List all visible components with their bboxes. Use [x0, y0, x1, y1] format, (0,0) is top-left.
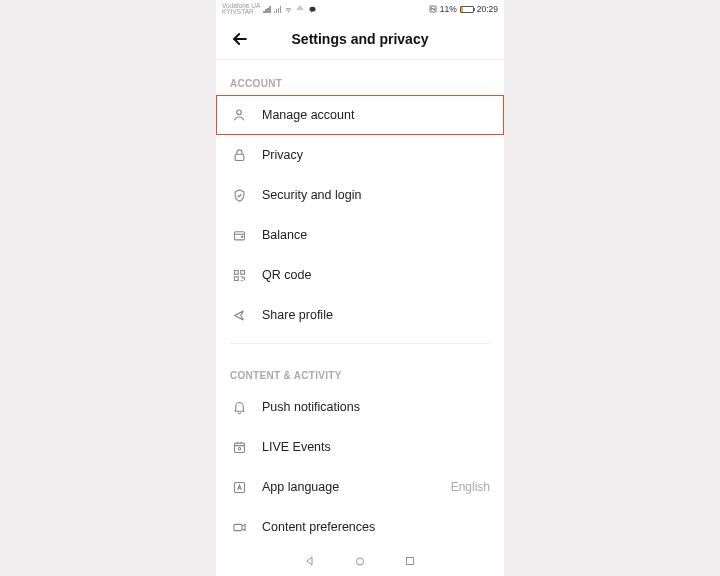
manage-account-row[interactable]: Manage account — [216, 95, 504, 135]
balance-row[interactable]: Balance — [216, 215, 504, 255]
shield-icon — [230, 186, 248, 204]
share-label: Share profile — [262, 308, 490, 322]
svg-point-14 — [357, 558, 364, 565]
svg-rect-4 — [235, 154, 244, 160]
section-title-content: CONTENT & ACTIVITY — [216, 352, 504, 387]
nav-recent-button[interactable] — [404, 555, 416, 567]
time-label: 20:29 — [477, 4, 498, 14]
lock-icon — [230, 146, 248, 164]
svg-point-1 — [309, 6, 315, 11]
push-notifications-row[interactable]: Push notifications — [216, 387, 504, 427]
circle-home-icon — [354, 555, 366, 568]
svg-point-6 — [241, 236, 242, 237]
wallet-icon — [230, 226, 248, 244]
battery-icon — [460, 6, 474, 13]
video-icon — [230, 518, 248, 536]
header: Settings and privacy — [216, 18, 504, 60]
statusbar-right: 11% 20:29 — [429, 4, 498, 14]
back-button[interactable] — [230, 29, 250, 49]
live-label: LIVE Events — [262, 440, 490, 454]
divider — [230, 343, 490, 344]
person-icon — [230, 106, 248, 124]
svg-point-11 — [238, 447, 241, 450]
section-title-account: ACCOUNT — [216, 60, 504, 95]
share-icon — [230, 306, 248, 324]
signal-icon — [274, 6, 281, 13]
language-value: English — [451, 480, 490, 494]
square-recent-icon — [404, 555, 416, 567]
language-label: App language — [262, 480, 437, 494]
settings-scroll[interactable]: ACCOUNT Manage account Privacy Security … — [216, 60, 504, 546]
carrier-label: Vodafone UA KYIVSTAR — [222, 3, 260, 16]
share-profile-row[interactable]: Share profile — [216, 295, 504, 335]
svg-rect-5 — [234, 231, 244, 239]
battery-pct-label: 11% — [440, 4, 457, 14]
triangle-back-icon — [304, 555, 316, 567]
statusbar: Vodafone UA KYIVSTAR 11% 20:29 — [216, 0, 504, 18]
manage-account-label: Manage account — [262, 108, 490, 122]
security-row[interactable]: Security and login — [216, 175, 504, 215]
svg-rect-15 — [407, 558, 414, 565]
page-title: Settings and privacy — [216, 31, 504, 47]
content-pref-label: Content preferences — [262, 520, 490, 534]
qr-code-row[interactable]: QR code — [216, 255, 504, 295]
svg-rect-7 — [234, 270, 238, 274]
cloud-icon — [296, 5, 305, 14]
qr-icon — [230, 266, 248, 284]
svg-point-0 — [288, 11, 289, 12]
system-navbar — [216, 546, 504, 576]
content-preferences-row[interactable]: Content preferences — [216, 507, 504, 546]
nfc-icon — [429, 5, 437, 13]
bell-icon — [230, 398, 248, 416]
live-events-row[interactable]: LIVE Events — [216, 427, 504, 467]
balance-label: Balance — [262, 228, 490, 242]
app-language-row[interactable]: App language English — [216, 467, 504, 507]
chat-icon — [308, 5, 317, 14]
nav-home-button[interactable] — [354, 555, 366, 567]
calendar-icon — [230, 438, 248, 456]
svg-rect-9 — [234, 276, 238, 280]
qr-label: QR code — [262, 268, 490, 282]
phone-frame: Vodafone UA KYIVSTAR 11% 20:29 Settings … — [216, 0, 504, 576]
privacy-label: Privacy — [262, 148, 490, 162]
back-arrow-icon — [230, 29, 250, 49]
wifi-icon — [284, 5, 293, 14]
svg-rect-8 — [240, 270, 244, 274]
privacy-row[interactable]: Privacy — [216, 135, 504, 175]
signal-icon — [263, 6, 270, 13]
nav-back-button[interactable] — [304, 555, 316, 567]
language-icon — [230, 478, 248, 496]
svg-point-3 — [237, 110, 242, 115]
statusbar-left: Vodafone UA KYIVSTAR — [222, 3, 317, 16]
push-label: Push notifications — [262, 400, 490, 414]
security-label: Security and login — [262, 188, 490, 202]
svg-rect-13 — [233, 524, 241, 530]
